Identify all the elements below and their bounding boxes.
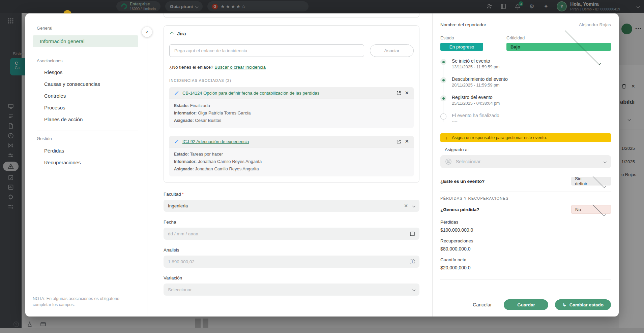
fecha-date-input[interactable]: dd / mm / aaaa bbox=[164, 228, 419, 240]
facultad-label: Facultad bbox=[164, 192, 181, 197]
reporter-label: Nombre del reportador bbox=[440, 22, 486, 27]
recuperaciones-label: Recuperaciones bbox=[440, 238, 611, 243]
reporter-name: Alejandro Rojas bbox=[579, 22, 611, 27]
clear-icon[interactable]: ✕ bbox=[404, 203, 408, 208]
cuantia-neta-label: Cuantía neta bbox=[440, 257, 611, 262]
event-form-column: Jira Asociar ¿No tienes el enlace? Busca… bbox=[147, 13, 432, 317]
criticidad-select[interactable]: Bajo bbox=[506, 43, 611, 51]
asignado-label: Asignado: bbox=[174, 118, 194, 123]
chevron-down-icon[interactable] bbox=[412, 204, 416, 207]
timeline-dot-done bbox=[440, 77, 446, 83]
nav-item-riesgos[interactable]: Riesgos bbox=[33, 67, 138, 78]
recuperaciones-value: $80,000,000.0 bbox=[440, 246, 611, 252]
modal-footer: Cancelar Guardar ↳Cambiar estado bbox=[440, 299, 611, 317]
timeline-item: El evento ha finalizado ---- bbox=[440, 113, 611, 124]
estado-label: Estado bbox=[440, 35, 506, 40]
change-state-label: Cambiar estado bbox=[569, 302, 604, 307]
chevron-down-icon[interactable] bbox=[604, 160, 607, 163]
jira-link-input[interactable] bbox=[169, 44, 364, 57]
nav-item-planes[interactable]: Planes de acción bbox=[33, 114, 138, 125]
estado-label: Estado: bbox=[174, 103, 189, 108]
status-badge: En progreso bbox=[440, 43, 483, 51]
timeline-date: ---- bbox=[452, 119, 499, 124]
cancel-button[interactable]: Cancelar bbox=[473, 302, 492, 307]
informador-value: Olga Patricia Torres García bbox=[198, 110, 251, 115]
analisis-label: Analisis bbox=[164, 247, 419, 253]
event-question-label: ¿Este es un evento? bbox=[440, 179, 485, 184]
modal-nav: General Información general Asociaciones… bbox=[25, 13, 147, 317]
nav-item-controles[interactable]: Controles bbox=[33, 90, 138, 101]
associate-button[interactable]: Asociar bbox=[370, 44, 414, 57]
nav-section-general: General bbox=[37, 26, 138, 31]
jira-section-title: Jira bbox=[177, 31, 186, 36]
search-create-incidence-link[interactable]: Buscar o crear incidencia bbox=[214, 65, 266, 70]
event-timeline: Se inició el evento 13/11/2025 - 11:59:5… bbox=[440, 58, 611, 131]
timeline-date: 25/11/2025 - 04:38:04 pm bbox=[452, 101, 500, 106]
incidence-item: CB-14124 Opción para definir fecha de co… bbox=[169, 87, 414, 128]
perdidas-value: $100,000,000.0 bbox=[440, 227, 611, 233]
external-link-icon[interactable] bbox=[396, 139, 401, 144]
timeline-title: El evento ha finalizado bbox=[452, 113, 499, 118]
change-state-button[interactable]: ↳Cambiar estado bbox=[555, 299, 611, 310]
timeline-date: 20/11/2025 - 11:59:59 pm bbox=[452, 83, 508, 88]
timeline-dot-done bbox=[440, 59, 446, 65]
assigned-label: Asignado a: bbox=[440, 147, 611, 152]
incidence-link[interactable]: CB-14124 Opción para definir fecha de co… bbox=[182, 91, 319, 96]
nav-note: NOTA: En algunas asociaciones es obligat… bbox=[33, 296, 136, 308]
incidence-link[interactable]: ICJ-92 Adecuación de experiencia bbox=[182, 139, 249, 144]
timeline-date: 13/11/2025 - 11:59:59 pm bbox=[452, 65, 499, 69]
info-icon bbox=[410, 259, 415, 264]
timeline-title: Se inició el evento bbox=[452, 58, 499, 64]
fecha-placeholder: dd / mm / aaaa bbox=[168, 231, 405, 236]
collapse-nav-button[interactable]: ‹ bbox=[142, 27, 152, 37]
cuantia-neta-value: $20,000,000.0 bbox=[440, 265, 611, 270]
asignado-value: Jonathan Camilo Reyes Angarita bbox=[195, 166, 259, 171]
chevron-down-icon[interactable] bbox=[412, 288, 416, 291]
event-summary-panel: Nombre del reportador Alejandro Rojas Es… bbox=[432, 13, 619, 317]
loss-question-value: No bbox=[575, 207, 591, 212]
chevron-down-icon[interactable] bbox=[592, 174, 606, 188]
incidence-item: ICJ-92 Adecuación de experiencia ✕ Estad… bbox=[169, 136, 414, 176]
perdidas-label: Pérdidas bbox=[440, 220, 611, 225]
facultad-select[interactable]: Ingenieria ✕ bbox=[164, 200, 419, 212]
assigned-select[interactable]: Seleccionar bbox=[440, 155, 611, 168]
jira-icon bbox=[174, 139, 179, 144]
assigned-placeholder: Seleccionar bbox=[456, 159, 600, 164]
nav-item-causas[interactable]: Causas y consecuencias bbox=[33, 78, 138, 90]
event-question-select[interactable]: Sin definir bbox=[571, 177, 611, 186]
nav-item-perdidas[interactable]: Pérdidas bbox=[33, 145, 138, 156]
remove-incidence-icon[interactable]: ✕ bbox=[405, 90, 409, 96]
estado-value: Tareas por hacer bbox=[190, 152, 223, 157]
analisis-placeholder: 1.890.000,02 bbox=[168, 259, 405, 264]
event-detail-modal: General Información general Asociaciones… bbox=[25, 13, 619, 317]
remove-incidence-icon[interactable]: ✕ bbox=[405, 138, 409, 144]
variacion-placeholder: Seleccionar bbox=[168, 287, 408, 292]
analisis-input[interactable]: 1.890.000,02 bbox=[164, 256, 419, 268]
timeline-item: Registro del evento 25/11/2025 - 04:38:0… bbox=[440, 95, 611, 106]
event-question-value: Sin definir bbox=[575, 176, 591, 186]
banner-text: Asigna un responsable para gestionar est… bbox=[452, 135, 547, 140]
chevron-down-icon[interactable] bbox=[592, 203, 606, 216]
no-link-text: ¿No tienes el enlace? bbox=[169, 65, 213, 70]
timeline-item: Descubrimiento del evento 20/11/2025 - 1… bbox=[440, 76, 611, 88]
external-link-icon[interactable] bbox=[396, 91, 401, 96]
jira-section: Jira Asociar ¿No tienes el enlace? Busca… bbox=[164, 25, 419, 183]
calendar-icon[interactable] bbox=[410, 231, 415, 236]
nav-item-recuperaciones[interactable]: Recuperaciones bbox=[33, 157, 138, 168]
nav-item-informacion-general[interactable]: Información general bbox=[33, 35, 138, 47]
estado-value: Finalizada bbox=[190, 103, 210, 108]
variacion-label: Variación bbox=[164, 275, 419, 280]
nav-item-procesos[interactable]: Procesos bbox=[33, 102, 138, 113]
down-arrow-icon: ↓ bbox=[445, 135, 448, 140]
elbow-arrow-icon: ↳ bbox=[562, 302, 566, 307]
timeline-dot-done bbox=[440, 95, 446, 101]
facultad-value: Ingenieria bbox=[168, 203, 399, 208]
criticidad-label: Criticidad bbox=[506, 35, 611, 40]
collapse-section-icon[interactable] bbox=[170, 32, 174, 35]
save-button[interactable]: Guardar bbox=[504, 299, 548, 310]
fecha-label: Fecha bbox=[164, 220, 419, 225]
informador-label: Informador: bbox=[174, 111, 197, 115]
losses-section-header: PÉRDIDAS Y RECUPERACIONES bbox=[440, 196, 611, 200]
loss-question-select[interactable]: No bbox=[571, 205, 611, 214]
variacion-select[interactable]: Seleccionar bbox=[164, 284, 419, 296]
